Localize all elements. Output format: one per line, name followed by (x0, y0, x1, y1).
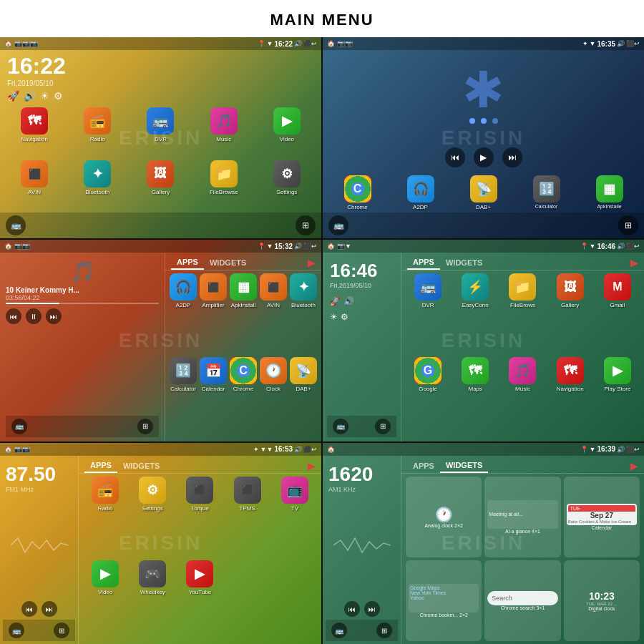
app-playstore-4[interactable]: ▶ Play Store (595, 357, 640, 438)
app-avin-3[interactable]: ⬛ AVIN (260, 273, 287, 354)
bottom-controls-1: 🚌 ⊞ (0, 213, 321, 238)
at-glance-preview: Meeting at all... (487, 500, 557, 529)
app-avin-1[interactable]: ⬛ AVIN (4, 160, 64, 210)
brightness-icon[interactable]: ☀ (40, 90, 49, 102)
widget-chrome-search[interactable]: Search Chrome search 3×1 (484, 560, 560, 641)
tab-apps-4[interactable]: APPS (407, 255, 440, 270)
apps-btn-4[interactable]: ⊞ (375, 419, 391, 434)
tab-widgets-6[interactable]: WIDGETS (440, 459, 488, 473)
app-video-5[interactable]: ▶ Video (83, 560, 127, 641)
app-calc-2[interactable]: 🔢 Calculator (516, 175, 577, 210)
app-clock-3[interactable]: 🕐 Clock (260, 357, 287, 438)
app-torque-5[interactable]: ⬛ Torque (177, 477, 222, 557)
app-tpms-5[interactable]: ⬛ TPMS (225, 477, 270, 557)
car-btn-3[interactable]: 🚌 (11, 419, 27, 434)
apps-btn-6[interactable]: ⊞ (376, 623, 392, 638)
set-4[interactable]: ⚙ (341, 312, 348, 322)
tab-apps-3[interactable]: APPS (171, 255, 204, 270)
am-prev-6[interactable]: ⏮ (344, 601, 360, 617)
app-bluetooth-3[interactable]: ✦ Bluetooth (290, 273, 317, 354)
app-gmail-4[interactable]: M Gmail (595, 273, 640, 354)
media-btn-2[interactable]: 🚌 (328, 215, 348, 235)
play-store-btn-5[interactable]: ▶ (308, 460, 316, 472)
media-btn-1[interactable]: 🚌 (6, 215, 26, 235)
app-maps-4[interactable]: 🗺 Maps (453, 357, 497, 438)
vol-qs-4[interactable]: 🔊 (343, 296, 354, 306)
app-music-4[interactable]: 🎵 Music (500, 357, 545, 438)
tab-apps-6[interactable]: APPS (407, 459, 440, 472)
home-icon-3[interactable]: 🏠 (4, 243, 12, 250)
tab-widgets-5[interactable]: WIDGETS (117, 459, 165, 472)
pause-btn-3[interactable]: ⏸ (26, 308, 42, 324)
play-store-btn-4[interactable]: ▶ (630, 257, 638, 268)
play-store-btn-3[interactable]: ▶ (308, 257, 316, 268)
home-icon-1[interactable]: 🏠 (4, 40, 12, 47)
app-chrome-2[interactable]: C Chrome (327, 175, 388, 210)
app-google-4[interactable]: G Google (406, 357, 450, 438)
settings-qs-icon[interactable]: ⚙ (54, 90, 63, 102)
app-tv-5[interactable]: 📺 TV (273, 477, 317, 557)
app-bluetooth-1[interactable]: ✦ Bluetooth (67, 160, 127, 210)
car-btn-4[interactable]: 🚌 (333, 419, 348, 434)
widget-digital-clock[interactable]: 10:23 TUE, MAR 22 ... Digital clock (564, 560, 640, 641)
home-icon-5[interactable]: 🏠 (4, 446, 12, 453)
app-a2dp-2[interactable]: 🎧 A2DP (390, 175, 451, 210)
app-music[interactable]: 🎵 Music (194, 107, 254, 157)
app-gallery-4[interactable]: 🖼 Gallery (548, 273, 592, 354)
widget-calendar[interactable]: TUE Sep 27 Bake Cookies & Make Ice Cream… (564, 477, 640, 557)
app-wheelkey-5[interactable]: 🎮 Wheelkey (130, 560, 175, 641)
a2dp-icon-2: 🎧 (407, 175, 434, 203)
app-filebrowse-1[interactable]: 📁 FileBrowse (194, 160, 254, 210)
app-easyconn-4[interactable]: ⚡ EasyConn (453, 273, 497, 354)
bt-next-btn[interactable]: ⏭ (502, 147, 522, 167)
home-icon-4[interactable]: 🏠 (327, 243, 335, 250)
app-chrome-3[interactable]: C Chrome (230, 357, 257, 438)
app-dab-2[interactable]: 📡 DAB+ (453, 175, 514, 210)
app-gallery-1[interactable]: 🖼 Gallery (130, 160, 190, 210)
app-radio[interactable]: 📻 Radio (67, 107, 127, 157)
tab-apps-5[interactable]: APPS (84, 459, 117, 473)
apps-btn-2[interactable]: ⊞ (618, 215, 638, 235)
app-settings-1[interactable]: ⚙ Settings (257, 160, 317, 210)
app-calculator-3[interactable]: 🔢 Calculator (170, 357, 197, 438)
radio-next-5[interactable]: ⏭ (42, 601, 57, 617)
apps-btn-5[interactable]: ⊞ (54, 623, 69, 638)
app-calendar-3[interactable]: 📅 Calendar (200, 357, 227, 438)
app-apk-2[interactable]: ▦ ApkInstalle (579, 175, 640, 210)
app-a2dp-3[interactable]: 🎧 A2DP (170, 273, 197, 354)
am-next-6[interactable]: ⏭ (364, 601, 380, 617)
bt-play-btn[interactable]: ▶ (474, 147, 494, 167)
app-settings-5[interactable]: ⚙ Settings (130, 477, 175, 557)
next-btn-3[interactable]: ⏭ (46, 308, 62, 324)
home-icon-2[interactable]: 🏠 (327, 40, 335, 47)
widget-chrome-bookmarks[interactable]: Google Maps New York Times Yahoo Chrome … (406, 560, 482, 641)
app-filebrows-4[interactable]: 📁 FileBrows (500, 273, 545, 354)
car-btn-5[interactable]: 🚌 (9, 623, 24, 638)
bright-4[interactable]: ☀ (330, 312, 338, 322)
widget-analog-clock[interactable]: 🕐 Analog clock 2×2 (406, 477, 482, 557)
radio-prev-5[interactable]: ⏮ (21, 601, 37, 617)
tab-widgets-3[interactable]: WIDGETS (204, 256, 252, 269)
app-dvr[interactable]: 🚌 DVR (130, 107, 190, 157)
apps-btn-3[interactable]: ⊞ (137, 419, 153, 434)
app-apkinstall-3[interactable]: ▦ ApkInstall (230, 273, 257, 354)
play-store-btn-6[interactable]: ▶ (630, 460, 638, 472)
app-radio-5[interactable]: 📻 Radio (83, 477, 127, 557)
prev-btn-3[interactable]: ⏮ (6, 308, 21, 324)
torque-icon-5: ⬛ (186, 477, 213, 504)
app-video[interactable]: ▶ Video (257, 107, 317, 157)
widget-at-glance[interactable]: Meeting at all... At a glance 4×1 (484, 477, 560, 557)
bt-dot-1 (469, 118, 475, 124)
app-nav-4[interactable]: 🗺 Navigation (548, 357, 592, 438)
bt-prev-btn[interactable]: ⏮ (445, 147, 465, 167)
app-dvr-4[interactable]: 🚌 DVR (406, 273, 450, 354)
apps-btn-1[interactable]: ⊞ (296, 215, 316, 235)
car-btn-6[interactable]: 🚌 (331, 623, 347, 638)
app-dab-3[interactable]: 📡 DAB+ (290, 357, 317, 438)
tab-widgets-4[interactable]: WIDGETS (440, 256, 488, 269)
app-amplifier-3[interactable]: ⬛ Amplifier (200, 273, 227, 354)
volume-icon[interactable]: 🔊 (24, 90, 36, 102)
app-youtube-5[interactable]: ▶ YouTube (177, 560, 222, 641)
app-navigation[interactable]: 🗺 Navigation (4, 107, 64, 157)
home-icon-6[interactable]: 🏠 (327, 446, 335, 453)
